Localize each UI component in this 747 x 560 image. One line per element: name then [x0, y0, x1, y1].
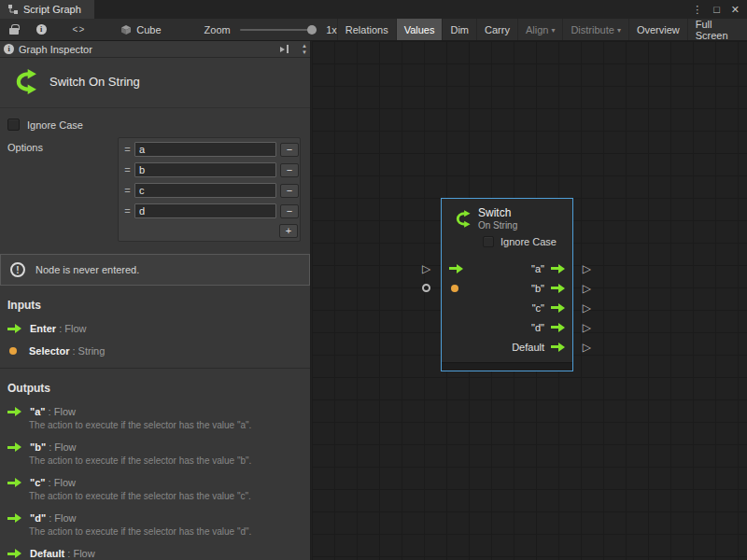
window-maximize-icon[interactable]: □ [713, 4, 720, 15]
tab-label: Script Graph [23, 4, 81, 15]
ignore-case-checkbox[interactable] [7, 119, 20, 131]
flow-icon [449, 264, 463, 273]
drag-handle-icon[interactable]: = [120, 205, 134, 217]
drag-handle-icon[interactable]: = [120, 164, 134, 175]
lock-icon[interactable] [9, 28, 19, 35]
inputs-header: Inputs [7, 299, 303, 312]
flow-icon [7, 513, 21, 523]
port-type: String [78, 345, 106, 357]
input-item-selector: Selector : String [7, 345, 303, 357]
graph-inspector-panel: i Graph Inspector ▲ ▼ Switch On String I… [0, 41, 311, 560]
output-port-a[interactable]: ▷ [583, 263, 591, 274]
port-label: "b" [531, 283, 551, 294]
output-description: The action to execute if the selector ha… [29, 491, 303, 501]
option-remove-button[interactable]: − [280, 204, 299, 218]
option-field[interactable] [134, 183, 276, 198]
flow-icon [7, 478, 21, 487]
button-label: Relations [345, 24, 388, 35]
toolbar-button-values[interactable]: Values [396, 19, 443, 40]
output-description: The action to execute if the selector ha… [29, 420, 303, 430]
port-type: Flow [54, 441, 76, 453]
list-item: = − [120, 202, 298, 220]
scroll-up-icon[interactable]: ▲ [302, 43, 307, 49]
code-icon[interactable]: <> [73, 24, 86, 35]
button-label: Full Screen [696, 19, 740, 41]
options-list: = − = − = − = − [118, 137, 301, 242]
option-field[interactable] [134, 162, 276, 177]
switch-on-string-icon [450, 208, 472, 230]
output-item-b: "b" : Flow [7, 441, 303, 453]
script-graph-icon [7, 4, 19, 15]
port-name: "a" [30, 406, 46, 417]
divider [0, 368, 310, 369]
options-label: Options [7, 142, 43, 153]
zoom-label: Zoom [204, 24, 231, 35]
output-port-b[interactable]: ▷ [583, 283, 591, 294]
switch-on-string-node[interactable]: Switch On String Ignore Case ▷ "a" ▷ "b"… [441, 198, 573, 371]
toolbar-button-fullscreen[interactable]: Full Screen [687, 19, 747, 40]
zoom-slider-handle[interactable] [307, 25, 317, 35]
port-name: "b" [30, 441, 46, 453]
window-menu-icon[interactable]: ⋮ [692, 4, 702, 16]
input-port-selector[interactable] [422, 283, 430, 294]
button-label: Values [404, 24, 435, 35]
port-type: Flow [54, 406, 76, 417]
unit-title-block: Switch On String [0, 58, 310, 108]
port-type: Flow [54, 477, 76, 488]
graph-inspector-title: Graph Inspector [19, 44, 92, 55]
flow-icon [7, 549, 21, 558]
output-description: The action to execute if the selector ha… [29, 526, 303, 537]
warning-text: Node is never entered. [35, 264, 139, 275]
ignore-case-label: Ignore Case [27, 119, 83, 131]
string-icon [451, 285, 458, 292]
option-field[interactable] [134, 203, 276, 218]
output-item-default: Default : Flow [7, 548, 303, 559]
port-name: Default [30, 548, 64, 559]
output-port-c[interactable]: ▷ [583, 302, 591, 314]
output-port-default[interactable]: ▷ [583, 342, 591, 353]
port-name: "c" [30, 477, 46, 488]
flow-icon [7, 407, 21, 416]
flow-icon [551, 284, 565, 293]
button-label: Carry [485, 24, 510, 35]
option-remove-button[interactable]: − [280, 184, 299, 198]
toolbar-button-align[interactable]: Align▾ [517, 19, 562, 40]
toolbar-button-overview[interactable]: Overview [628, 19, 687, 40]
flow-icon [551, 323, 565, 332]
option-field[interactable] [134, 142, 276, 157]
chevron-down-icon: ▾ [617, 26, 621, 35]
zoom-slider[interactable] [240, 29, 317, 31]
graph-canvas[interactable]: Switch On String Ignore Case ▷ "a" ▷ "b"… [312, 41, 747, 560]
toolbar-button-carry[interactable]: Carry [476, 19, 517, 40]
list-item: = − [120, 161, 298, 179]
scroll-down-icon[interactable]: ▼ [302, 49, 307, 55]
drag-handle-icon[interactable]: = [120, 185, 134, 196]
input-port-flow[interactable]: ▷ [422, 263, 430, 274]
toolbar-button-distribute[interactable]: Distribute▾ [562, 19, 627, 40]
graph-owner[interactable]: Cube [120, 24, 161, 35]
output-port-d[interactable]: ▷ [583, 322, 591, 333]
toolbar-button-relations[interactable]: Relations [337, 19, 396, 40]
tab-script-graph[interactable]: Script Graph [0, 0, 94, 19]
drag-handle-icon[interactable]: = [120, 144, 134, 155]
option-remove-button[interactable]: − [280, 143, 299, 157]
flow-icon [551, 303, 565, 313]
output-item-a: "a" : Flow [7, 406, 303, 417]
zoom-value: 1x [326, 24, 337, 35]
graph-toolbar: i <> Cube Zoom 1x Relations Values Dim C… [0, 19, 747, 41]
ignore-case-checkbox[interactable] [483, 236, 494, 247]
window-close-icon[interactable]: ✕ [731, 4, 740, 16]
option-add-button[interactable]: + [279, 224, 298, 238]
node-footer [442, 362, 572, 371]
ignore-case-label: Ignore Case [500, 236, 557, 247]
button-label: Align [526, 24, 548, 35]
toolbar-button-dim[interactable]: Dim [442, 19, 476, 40]
dock-icon[interactable] [280, 45, 291, 54]
flow-icon [7, 324, 21, 333]
port-name: "d" [30, 512, 46, 524]
circle-port-icon [422, 284, 430, 292]
port-name: Enter [30, 323, 56, 334]
option-remove-button[interactable]: − [280, 163, 299, 177]
info-icon[interactable]: i [36, 24, 47, 35]
list-item: = − [120, 140, 298, 159]
